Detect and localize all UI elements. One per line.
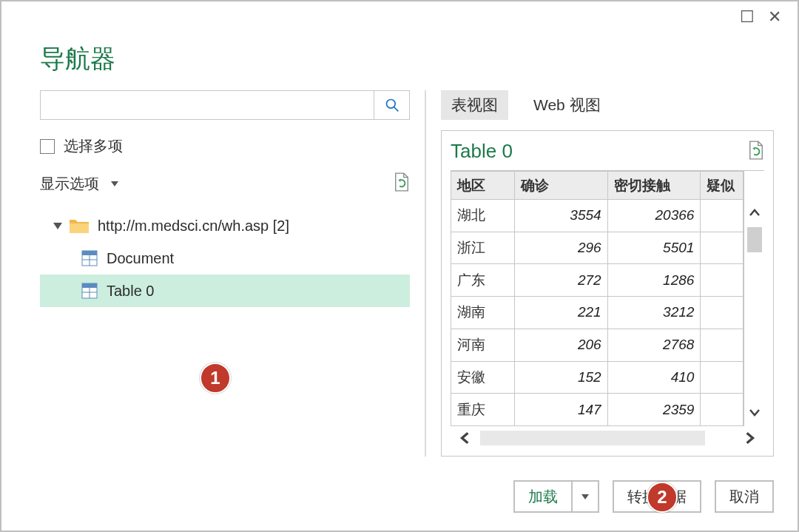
table-row[interactable]: 安徽152410 [451, 361, 744, 394]
cancel-button[interactable]: 取消 [715, 480, 774, 513]
search-box [40, 90, 410, 120]
vertical-scrollbar[interactable] [744, 171, 764, 426]
horizontal-scrollbar[interactable] [451, 426, 764, 450]
table-icon [81, 250, 98, 266]
titlebar: ☐ ✕ [740, 1, 798, 31]
preview-title: Table 0 [451, 140, 513, 163]
navigator-dialog: ☐ ✕ 导航器 选择多项 显示选项 [0, 0, 799, 532]
multi-select-row: 选择多项 [40, 136, 410, 156]
dialog-title: 导航器 [40, 42, 115, 76]
scroll-up-icon[interactable] [744, 199, 764, 227]
tab-web-view[interactable]: Web 视图 [523, 90, 611, 120]
preview-tabs: 表视图 Web 视图 [441, 90, 774, 120]
tab-table-view[interactable]: 表视图 [441, 90, 508, 120]
panel-divider [425, 90, 426, 457]
preview-pane: Table 0 地区确诊密切接触疑似 湖北355420366浙江2965501广… [441, 130, 774, 457]
preview-refresh-icon[interactable] [748, 141, 764, 163]
preview-table: 地区确诊密切接触疑似 湖北355420366浙江2965501广东2721286… [451, 171, 744, 426]
table-row[interactable]: 湖南2213212 [451, 297, 744, 329]
tree-item-document[interactable]: Document [40, 242, 410, 275]
scroll-thumb[interactable] [747, 227, 762, 252]
table-row[interactable]: 河南2062768 [451, 329, 744, 361]
table-header[interactable]: 确诊 [514, 172, 607, 200]
table-header[interactable]: 疑似 [701, 172, 744, 200]
table-row[interactable]: 湖北355420366 [451, 200, 744, 232]
callout-1: 1 [200, 363, 231, 394]
dialog-footer: 加载 转换数据 取消 [513, 480, 774, 513]
scroll-right-icon[interactable] [735, 431, 764, 445]
table-row[interactable]: 重庆1472359 [451, 394, 744, 426]
load-dropdown-button[interactable] [573, 480, 599, 513]
tree-root[interactable]: http://m.medsci.cn/wh.asp [2] [40, 209, 410, 242]
nav-tree: http://m.medsci.cn/wh.asp [2] Document T… [40, 209, 410, 307]
folder-icon [70, 218, 89, 233]
scroll-down-icon[interactable] [744, 398, 764, 426]
search-input[interactable] [41, 91, 374, 119]
multi-select-checkbox[interactable] [40, 139, 55, 154]
left-panel: 选择多项 显示选项 http://m.medsci.cn/wh.asp [2] [40, 90, 410, 457]
svg-rect-7 [82, 283, 97, 288]
close-icon[interactable]: ✕ [768, 7, 781, 31]
svg-rect-3 [82, 251, 97, 255]
hscroll-track[interactable] [480, 431, 705, 445]
collapse-icon [53, 223, 62, 229]
table-header[interactable]: 密切接触 [607, 172, 701, 200]
refresh-doc-icon[interactable] [394, 172, 410, 195]
search-button[interactable] [374, 91, 409, 119]
load-button[interactable]: 加载 [513, 480, 573, 513]
table-header[interactable]: 地区 [451, 172, 515, 200]
callout-2: 2 [647, 482, 678, 513]
search-icon [385, 98, 400, 112]
scroll-left-icon[interactable] [451, 431, 480, 445]
svg-point-0 [386, 100, 395, 109]
multi-select-label: 选择多项 [64, 136, 123, 156]
display-options-dropdown[interactable]: 显示选项 [40, 174, 118, 194]
right-panel: 表视图 Web 视图 Table 0 地区确诊密切接触疑似 湖北35542036… [441, 90, 774, 457]
table-row[interactable]: 广东2721286 [451, 264, 744, 297]
tree-item-table0[interactable]: Table 0 [40, 275, 410, 307]
svg-line-1 [394, 107, 398, 112]
maximize-icon[interactable]: ☐ [740, 7, 755, 31]
table-row[interactable]: 浙江2965501 [451, 232, 744, 264]
table-icon [81, 283, 98, 299]
